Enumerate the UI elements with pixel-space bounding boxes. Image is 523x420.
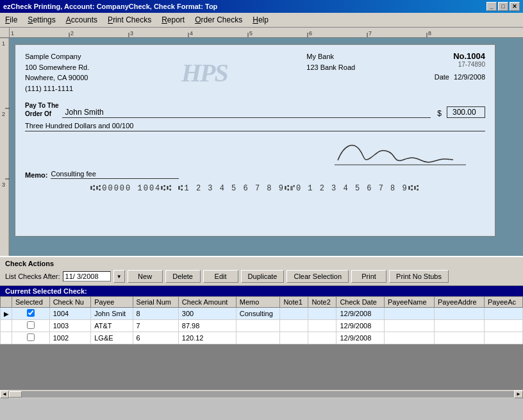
date-label: Date bbox=[435, 73, 449, 81]
signature-svg bbox=[319, 138, 485, 167]
row-amount: 300 bbox=[178, 308, 236, 320]
scrollbar-track[interactable] bbox=[9, 391, 514, 398]
row-checkbox-cell[interactable] bbox=[12, 308, 50, 320]
svg-text:4: 4 bbox=[190, 30, 193, 37]
svg-text:3: 3 bbox=[130, 30, 133, 37]
check-display-area: Sample Company 100 Somewhere Rd. Nowhere… bbox=[10, 38, 523, 256]
col-serial: Serial Num bbox=[133, 297, 178, 308]
row-date: 12/9/2008 bbox=[336, 320, 385, 332]
menu-accounts[interactable]: Accounts bbox=[61, 14, 103, 26]
row-payee-addr bbox=[434, 320, 484, 332]
check-number-section: No.1004 17-74890 Date 12/9/2008 bbox=[435, 51, 485, 81]
svg-text:6: 6 bbox=[309, 30, 312, 37]
col-arrow bbox=[1, 297, 12, 308]
date-filter-input[interactable] bbox=[63, 271, 111, 281]
company-logo: HPS bbox=[181, 58, 228, 88]
svg-text:7: 7 bbox=[369, 30, 372, 37]
check-actions-title: Check Actions bbox=[5, 260, 518, 267]
scroll-right-button[interactable]: ► bbox=[514, 391, 523, 398]
pay-to-label: Pay To The Order Of bbox=[25, 101, 59, 118]
row-checkbox-cell[interactable] bbox=[12, 332, 50, 344]
col-check-date: Check Date bbox=[336, 297, 385, 308]
edit-button[interactable]: Edit bbox=[203, 270, 238, 283]
table-row[interactable]: ▶ 1004 John Smit 8 300 Consulting 12/9/2… bbox=[1, 308, 523, 320]
table-row[interactable]: 1002 LG&E 6 120.12 12/9/2008 bbox=[1, 332, 523, 344]
row-serial: 7 bbox=[133, 320, 178, 332]
signature-area bbox=[319, 138, 485, 169]
table-row[interactable]: 1003 AT&T 7 87.98 12/9/2008 bbox=[1, 320, 523, 332]
row-note1 bbox=[280, 320, 308, 332]
ruler: 1 2 3 4 5 6 7 8 bbox=[10, 28, 523, 38]
memo-label: Memo: bbox=[25, 171, 47, 179]
menu-order-checks[interactable]: Order Checks bbox=[190, 14, 247, 26]
menu-help[interactable]: Help bbox=[247, 14, 274, 26]
col-check-num: Check Nu bbox=[49, 297, 91, 308]
col-memo: Memo bbox=[236, 297, 280, 308]
check-amount: 300.00 bbox=[447, 106, 485, 118]
company-phone: (111) 111-1111 bbox=[25, 83, 89, 94]
row-payee-ac bbox=[484, 320, 522, 332]
row-note2 bbox=[308, 332, 336, 344]
close-button[interactable]: ✕ bbox=[510, 2, 520, 11]
row-payee-addr bbox=[434, 308, 484, 320]
list-checks-label: List Checks After: bbox=[5, 273, 60, 280]
routing-number: 17-74890 bbox=[435, 61, 485, 68]
delete-button[interactable]: Delete bbox=[165, 270, 201, 283]
left-ruler: 1 2 3 bbox=[0, 38, 10, 256]
svg-text:3: 3 bbox=[2, 181, 5, 188]
dollar-sign: $ bbox=[437, 109, 442, 118]
window-title: ezCheck Printing, Account: CompanyCheck,… bbox=[3, 3, 217, 10]
company-name: Sample Company bbox=[25, 51, 89, 62]
print-no-stubs-button[interactable]: Print No Stubs bbox=[389, 270, 449, 283]
col-note1: Note1 bbox=[280, 297, 308, 308]
current-check-header: Current Selected Check: bbox=[0, 286, 523, 296]
col-payee-ac: PayeeAc bbox=[484, 297, 522, 308]
row-payee-ac bbox=[484, 308, 522, 320]
menu-file[interactable]: File bbox=[0, 14, 22, 26]
new-button[interactable]: New bbox=[128, 270, 163, 283]
row-payee-name bbox=[385, 308, 435, 320]
minimize-button[interactable]: _ bbox=[486, 2, 497, 11]
row-payee: John Smit bbox=[91, 308, 133, 320]
row-serial: 8 bbox=[133, 308, 178, 320]
row-date: 12/9/2008 bbox=[336, 308, 385, 320]
row-checkbox-cell[interactable] bbox=[12, 320, 50, 332]
duplicate-button[interactable]: Duplicate bbox=[241, 270, 285, 283]
row-note1 bbox=[280, 332, 308, 344]
payee-name: John Smith bbox=[62, 108, 431, 118]
empty-area bbox=[0, 344, 523, 389]
row-payee-name bbox=[385, 320, 435, 332]
svg-text:2: 2 bbox=[2, 111, 5, 117]
menu-settings[interactable]: Settings bbox=[22, 14, 60, 26]
date-dropdown-button[interactable]: ▼ bbox=[113, 270, 125, 283]
row-checkbox[interactable] bbox=[27, 333, 35, 341]
check-number: 1004 bbox=[467, 51, 485, 61]
written-amount: Three Hundred Dollars and 00/100 bbox=[25, 122, 485, 131]
print-button[interactable]: Print bbox=[351, 270, 386, 283]
maximize-button[interactable]: □ bbox=[498, 2, 508, 11]
horizontal-scrollbar[interactable]: ◄ ► bbox=[0, 389, 523, 398]
bank-address: 123 Bank Road bbox=[306, 62, 355, 73]
menu-print-checks[interactable]: Print Checks bbox=[103, 14, 156, 26]
check-actions-row: List Checks After: ▼ New Delete Edit Dup… bbox=[5, 270, 518, 283]
menu-report[interactable]: Report bbox=[156, 14, 190, 26]
row-checkbox[interactable] bbox=[27, 321, 35, 329]
row-check-num: 1004 bbox=[49, 308, 91, 320]
svg-text:5: 5 bbox=[249, 30, 253, 37]
scroll-left-button[interactable]: ◄ bbox=[0, 391, 9, 398]
row-payee: LG&E bbox=[91, 332, 133, 344]
row-current-indicator bbox=[1, 332, 12, 344]
micr-line: ⑆⑆00000 1004⑆⑆ ⑆1 2 3 4 5 6 7 8 9⑆⑈0 1 2… bbox=[25, 184, 485, 193]
row-checkbox[interactable] bbox=[27, 309, 35, 317]
scrollbar-thumb[interactable] bbox=[9, 391, 22, 398]
company-city: Nowhere, CA 90000 bbox=[25, 72, 89, 83]
col-payee: Payee bbox=[91, 297, 133, 308]
bank-info: My Bank 123 Bank Road bbox=[306, 51, 355, 72]
check-number-label: No. bbox=[453, 51, 467, 61]
company-info: Sample Company 100 Somewhere Rd. Nowhere… bbox=[25, 51, 89, 94]
memo-value: Consulting fee bbox=[51, 170, 179, 179]
clear-selection-button[interactable]: Clear Selection bbox=[286, 270, 349, 283]
svg-text:2: 2 bbox=[71, 30, 74, 37]
row-memo bbox=[236, 320, 280, 332]
svg-text:1: 1 bbox=[11, 30, 14, 37]
